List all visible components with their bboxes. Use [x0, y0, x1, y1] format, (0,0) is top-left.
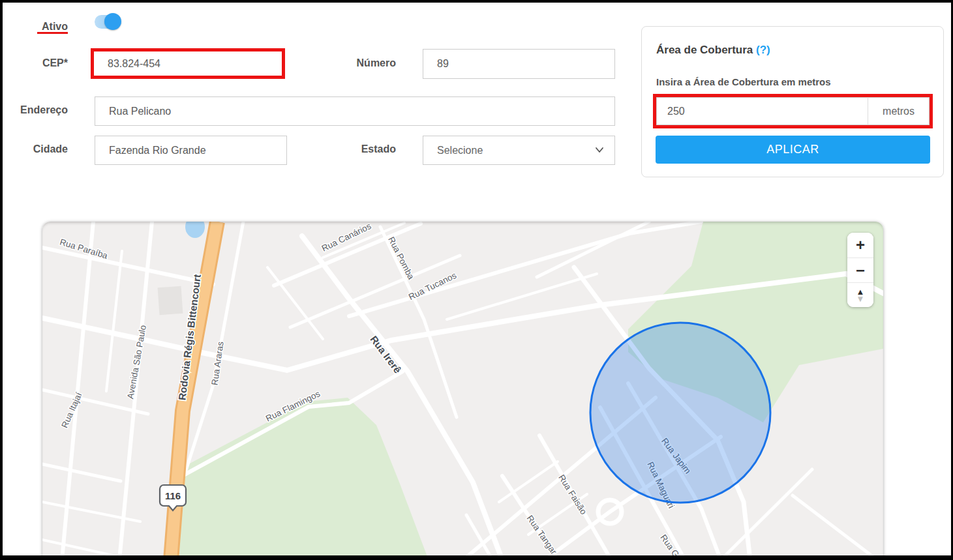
ativo-label: Ativo [13, 21, 68, 33]
coverage-title-text: Área de Cobertura [656, 44, 753, 56]
svg-text:116: 116 [165, 490, 181, 501]
cep-input[interactable] [94, 52, 282, 76]
numero-label: Número [339, 57, 396, 69]
ativo-toggle[interactable] [95, 15, 119, 29]
endereco-label: Endereço [13, 104, 68, 116]
annotation-rect-metros: metros [653, 94, 933, 128]
coverage-instruction: Insira a Área de Cobertura em metros [656, 76, 831, 87]
coverage-radius-input[interactable] [656, 97, 868, 125]
zoom-out-button[interactable]: − [847, 258, 873, 282]
numero-input[interactable] [423, 49, 615, 79]
map-container[interactable]: 116 Rua Paraíba Rua Canários Rua Pomba R… [42, 222, 883, 555]
metros-unit-label: metros [868, 97, 930, 125]
screenshot-frame: Ativo CEP* Número Endereço Cidade Estado… [0, 0, 953, 560]
triangle-down-icon: ▼ [856, 295, 865, 302]
minus-icon: − [856, 261, 865, 280]
cidade-label: Cidade [13, 143, 68, 155]
estado-select[interactable]: Selecione [423, 136, 615, 165]
endereco-input[interactable] [95, 96, 615, 126]
plus-icon: + [856, 236, 865, 254]
help-link[interactable]: (?) [756, 44, 770, 56]
annotation-underline-ativo [37, 32, 68, 34]
zoom-in-button[interactable]: + [847, 233, 873, 258]
toggle-knob [104, 13, 121, 30]
coverage-panel-title: Área de Cobertura (?) [656, 44, 770, 57]
building-footprint [158, 286, 183, 315]
tilt-button[interactable]: ▲ ▼ [847, 282, 873, 307]
estado-selected-value: Selecione [437, 145, 483, 156]
coverage-panel: Área de Cobertura (?) Insira a Área de C… [641, 26, 944, 177]
map-canvas[interactable]: 116 Rua Paraíba Rua Canários Rua Pomba R… [42, 222, 883, 555]
map-zoom-controls: + − ▲ ▼ [847, 233, 873, 307]
chevron-down-icon [595, 147, 604, 153]
apply-button[interactable]: APLICAR [656, 136, 930, 164]
cep-label: CEP* [13, 57, 68, 69]
cidade-input[interactable] [95, 136, 287, 165]
page: Ativo CEP* Número Endereço Cidade Estado… [3, 3, 951, 555]
estado-label: Estado [339, 143, 396, 155]
coverage-circle[interactable] [590, 323, 770, 503]
